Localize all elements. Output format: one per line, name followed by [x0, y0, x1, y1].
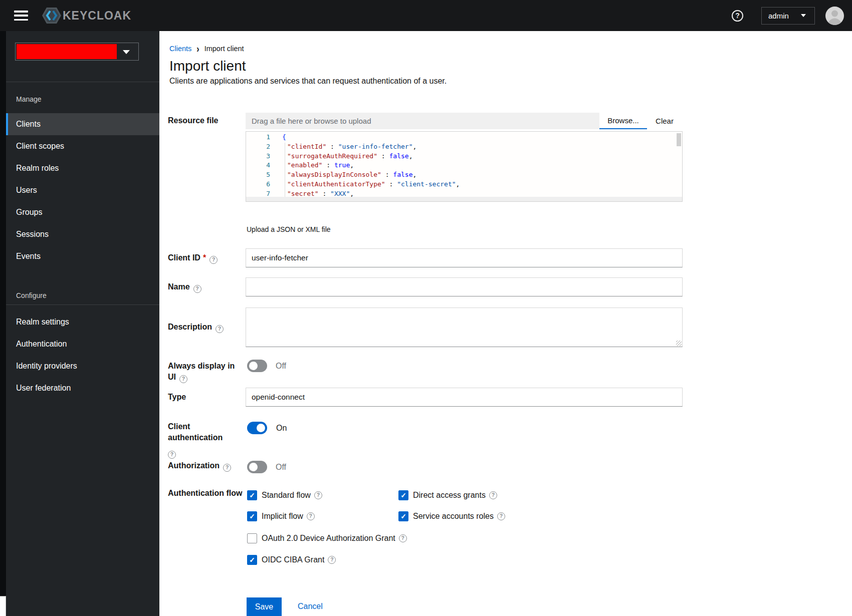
help-icon[interactable]	[307, 512, 315, 520]
keycloak-logo: KEYCLOAK	[42, 7, 131, 25]
help-icon[interactable]	[193, 285, 201, 293]
line-number: 2	[246, 142, 277, 152]
file-upload-placeholder: Drag a file here or browse to upload	[252, 117, 371, 125]
upload-helper-text: Upload a JSON or XML file	[247, 225, 331, 233]
help-icon[interactable]	[497, 512, 505, 520]
client-auth-label: Client authentication	[168, 421, 244, 459]
line-number: 6	[246, 180, 277, 189]
breadcrumb: Clients Import client	[169, 44, 244, 53]
help-icon[interactable]	[489, 491, 497, 499]
authorization-toggle[interactable]	[247, 461, 267, 473]
hamburger-menu-icon[interactable]	[14, 11, 28, 21]
nav-section-manage: Manage	[16, 95, 42, 103]
clear-button[interactable]: Clear	[647, 113, 682, 129]
nav-section-configure: Configure	[16, 291, 47, 299]
sidebar-item-users[interactable]: Users	[6, 179, 159, 201]
sidebar-item-realm-settings[interactable]: Realm settings	[6, 311, 159, 333]
avatar[interactable]	[825, 7, 844, 25]
line-number: 1	[246, 133, 277, 142]
check-icon: ✓	[400, 513, 406, 520]
check-icon: ✓	[249, 556, 255, 563]
help-icon[interactable]	[328, 556, 336, 564]
type-label: Type	[168, 392, 244, 403]
breadcrumb-current: Import client	[204, 45, 244, 53]
cancel-button[interactable]: Cancel	[298, 602, 323, 611]
client-id-label: Client ID*	[168, 252, 244, 264]
sidebar-item-realm-roles[interactable]: Realm roles	[6, 157, 159, 179]
client-auth-toggle[interactable]	[247, 422, 267, 434]
help-icon[interactable]	[168, 451, 176, 459]
name-label: Name	[168, 281, 244, 293]
required-asterisk: *	[203, 253, 206, 262]
sidebar-item-user-federation[interactable]: User federation	[6, 377, 159, 399]
file-upload-input[interactable]: Drag a file here or browse to upload	[246, 113, 599, 129]
username: admin	[768, 12, 789, 20]
brand-text: KEYCLOAK	[63, 9, 131, 23]
check-icon: ✓	[400, 492, 406, 499]
breadcrumb-separator-icon	[196, 43, 199, 54]
checkbox-service-accounts-roles[interactable]: ✓ Service accounts roles	[398, 511, 505, 521]
description-textarea[interactable]	[246, 307, 683, 347]
sidebar-nav: Manage Clients Client scopes Realm roles…	[0, 31, 159, 616]
resource-file-label: Resource file	[168, 115, 244, 126]
toggle-state-label: Off	[276, 463, 286, 472]
checkbox-oidc-ciba-grant[interactable]: ✓ OIDC CIBA Grant	[247, 555, 336, 565]
caret-down-icon	[801, 14, 806, 17]
page-subtitle: Clients are applications and services th…	[169, 77, 447, 86]
check-icon: ✓	[249, 492, 255, 499]
caret-down-icon	[123, 50, 130, 54]
resize-handle[interactable]	[676, 341, 682, 346]
main-content: Clients Import client Import client Clie…	[159, 31, 852, 616]
checkbox-standard-flow[interactable]: ✓ Standard flow	[247, 490, 322, 500]
help-icon[interactable]: ?	[732, 10, 743, 22]
line-number: 3	[246, 152, 277, 161]
line-number: 4	[246, 161, 277, 170]
indent-guide	[285, 143, 285, 199]
type-input[interactable]	[246, 388, 683, 407]
masthead: KEYCLOAK ? admin	[0, 0, 852, 31]
sidebar-item-identity-providers[interactable]: Identity providers	[6, 355, 159, 377]
toggle-state-label: On	[276, 424, 287, 433]
user-menu-dropdown[interactable]: admin	[761, 7, 815, 25]
sidebar-edge-strip-bottom	[0, 596, 6, 616]
help-icon[interactable]	[314, 491, 322, 499]
line-number: 5	[246, 170, 277, 180]
browse-button[interactable]: Browse...	[599, 113, 647, 129]
always-display-toggle[interactable]	[247, 360, 267, 372]
editor-horizontal-scrollbar[interactable]	[246, 197, 682, 201]
checkbox-oauth-device-grant[interactable]: ✓ OAuth 2.0 Device Authorization Grant	[247, 533, 407, 543]
realm-name-redacted	[17, 44, 117, 59]
editor-vertical-scrollbar[interactable]	[677, 133, 681, 146]
sidebar-item-authentication[interactable]: Authentication	[6, 333, 159, 355]
check-icon: ✓	[249, 513, 255, 520]
nav-divider	[6, 304, 159, 305]
page-title: Import client	[169, 58, 246, 74]
checkbox-implicit-flow[interactable]: ✓ Implicit flow	[247, 511, 315, 521]
help-icon[interactable]	[216, 325, 224, 333]
toggle-state-label: Off	[276, 362, 286, 371]
sidebar-edge-strip	[0, 31, 6, 596]
code-editor[interactable]: 1{ 2"clientId" : "user-info-fetcher", 3"…	[246, 131, 683, 202]
authorization-label: Authorization	[168, 460, 244, 472]
help-icon[interactable]	[179, 375, 187, 383]
checkbox-direct-access-grants[interactable]: ✓ Direct access grants	[398, 490, 497, 500]
client-id-input[interactable]	[246, 248, 683, 267]
sidebar-item-clients[interactable]: Clients	[6, 113, 159, 135]
description-label: Description	[168, 322, 244, 333]
sidebar-item-sessions[interactable]: Sessions	[6, 223, 159, 245]
help-icon[interactable]	[223, 464, 231, 472]
keycloak-logo-icon	[42, 7, 62, 25]
sidebar-item-groups[interactable]: Groups	[6, 201, 159, 223]
help-icon[interactable]	[399, 534, 407, 542]
sidebar-item-client-scopes[interactable]: Client scopes	[6, 135, 159, 157]
person-icon	[825, 7, 844, 25]
auth-flow-label: Authentication flow	[168, 488, 244, 499]
sidebar-item-events[interactable]: Events	[6, 245, 159, 267]
name-input[interactable]	[246, 277, 683, 296]
breadcrumb-link-clients[interactable]: Clients	[169, 45, 191, 53]
realm-selector[interactable]	[15, 43, 139, 61]
nav-divider	[6, 82, 159, 82]
help-icon[interactable]	[209, 256, 218, 264]
always-display-label: Always display in UI	[168, 361, 244, 383]
save-button[interactable]: Save	[247, 597, 282, 616]
